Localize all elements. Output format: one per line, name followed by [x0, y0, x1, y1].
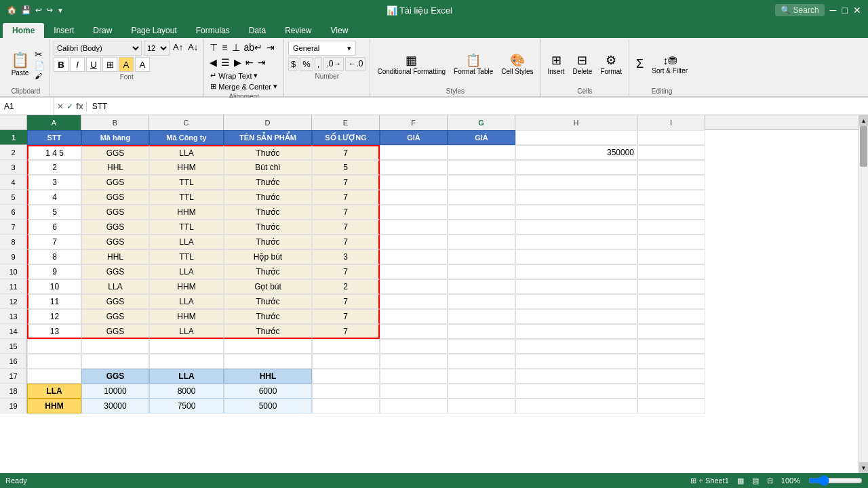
align-top-icon[interactable]: ⊤ — [208, 41, 219, 54]
cell-styles-button[interactable]: 🎨 Cell Styles — [498, 52, 536, 77]
window-controls[interactable]: 🔍 Search ─ □ ✕ — [775, 4, 861, 16]
cell-c11[interactable]: HHM — [149, 279, 224, 294]
cell-g7[interactable] — [448, 220, 515, 235]
font-size-select[interactable]: 12 — [144, 41, 170, 56]
maximize-btn[interactable]: □ — [842, 5, 848, 16]
cell-g10[interactable] — [448, 264, 515, 279]
cell-g11[interactable] — [448, 279, 515, 294]
format-painter-icon[interactable]: 🖌 — [35, 72, 45, 80]
cell-g5[interactable] — [448, 190, 515, 205]
increase-decimal-icon[interactable]: .0→ — [323, 57, 344, 71]
cell-f12[interactable] — [380, 294, 448, 309]
cell-a17[interactable] — [27, 369, 81, 384]
cell-d5[interactable]: Thước — [224, 190, 312, 205]
col-header-a[interactable]: A — [27, 115, 81, 130]
cell-g1[interactable]: GIÁ — [448, 130, 515, 145]
cell-i3[interactable] — [637, 160, 705, 175]
redo-icon[interactable]: ↪ — [46, 5, 53, 15]
cell-d13[interactable]: Thước — [224, 309, 312, 324]
col-header-b[interactable]: B — [81, 115, 149, 130]
cell-g13[interactable] — [448, 309, 515, 324]
conditional-formatting-button[interactable]: ▦ Conditional Formatting — [374, 52, 448, 77]
cell-f3[interactable] — [380, 160, 448, 175]
cell-h17[interactable] — [515, 369, 637, 384]
cell-h6[interactable] — [515, 205, 637, 220]
scroll-up-btn[interactable]: ▲ — [859, 115, 868, 126]
cell-h13[interactable] — [515, 309, 637, 324]
cell-e11[interactable]: 2 — [312, 279, 380, 294]
cell-d7[interactable]: Thước — [224, 220, 312, 235]
cell-a10[interactable]: 9 — [27, 264, 81, 279]
cell-f10[interactable] — [380, 264, 448, 279]
cell-i2[interactable] — [637, 145, 705, 160]
cell-d4[interactable]: Thước — [224, 175, 312, 190]
merge-center-button[interactable]: ⊞ Merge & Center ▾ — [208, 81, 279, 92]
cell-c9[interactable]: TTL — [149, 249, 224, 264]
close-btn[interactable]: ✕ — [853, 5, 861, 16]
decrease-indent-icon[interactable]: ⇤ — [244, 56, 255, 69]
fill-color-button[interactable]: A — [119, 57, 134, 72]
cell-e5[interactable]: 7 — [312, 190, 380, 205]
cell-b5[interactable]: GGS — [81, 190, 149, 205]
cell-g12[interactable] — [448, 294, 515, 309]
home-icon[interactable]: 🏠 — [7, 5, 17, 15]
cell-b10[interactable]: GGS — [81, 264, 149, 279]
formula-input[interactable]: STT — [87, 102, 868, 111]
normal-view-icon[interactable]: ▦ — [737, 476, 744, 485]
tab-home[interactable]: Home — [3, 23, 44, 38]
cell-f7[interactable] — [380, 220, 448, 235]
cell-f4[interactable] — [380, 175, 448, 190]
cell-b6[interactable]: GGS — [81, 205, 149, 220]
page-break-icon[interactable]: ⊟ — [767, 476, 773, 485]
cell-i6[interactable] — [637, 205, 705, 220]
cell-h10[interactable] — [515, 264, 637, 279]
dropdown-icon[interactable]: ▼ — [57, 7, 64, 14]
cell-d10[interactable]: Thước — [224, 264, 312, 279]
decrease-font-icon[interactable]: A↓ — [186, 41, 199, 56]
cell-i19[interactable] — [637, 399, 705, 413]
cell-b2[interactable]: GGS — [81, 145, 149, 160]
cell-a2[interactable]: 1 4 5 — [27, 145, 81, 160]
cell-c14[interactable]: LLA — [149, 324, 224, 339]
cell-f16[interactable] — [380, 354, 448, 369]
cell-c7[interactable]: TTL — [149, 220, 224, 235]
number-format-dropdown[interactable]: General ▾ — [288, 41, 356, 56]
wrap-text-button[interactable]: ↵ Wrap Text ▾ — [208, 70, 279, 81]
currency-icon[interactable]: $ — [288, 57, 298, 71]
merge-dropdown-icon[interactable]: ▾ — [273, 82, 277, 91]
cell-f19[interactable] — [380, 399, 448, 413]
tab-view[interactable]: View — [321, 23, 358, 38]
cell-i9[interactable] — [637, 249, 705, 264]
cell-g6[interactable] — [448, 205, 515, 220]
cell-d18[interactable]: 6000 — [224, 384, 312, 399]
cancel-formula-icon[interactable]: ✕ — [57, 102, 64, 111]
cell-e4[interactable]: 7 — [312, 175, 380, 190]
cell-e16[interactable] — [312, 354, 380, 369]
cell-c17[interactable]: LLA — [149, 369, 224, 384]
tab-review[interactable]: Review — [275, 23, 321, 38]
underline-button[interactable]: U — [86, 57, 101, 72]
cell-i16[interactable] — [637, 354, 705, 369]
cell-g4[interactable] — [448, 175, 515, 190]
cell-i12[interactable] — [637, 294, 705, 309]
tab-formulas[interactable]: Formulas — [186, 23, 239, 38]
cell-i17[interactable] — [637, 369, 705, 384]
cell-h14[interactable] — [515, 324, 637, 339]
cell-a11[interactable]: 10 — [27, 279, 81, 294]
cell-h3[interactable] — [515, 160, 637, 175]
confirm-formula-icon[interactable]: ✓ — [66, 102, 73, 111]
cell-d1[interactable]: TÊN SẢN PHẨM — [224, 130, 312, 145]
cell-b1[interactable]: Mã hàng — [81, 130, 149, 145]
cut-icon[interactable]: ✂ — [35, 49, 45, 60]
sort-filter-button[interactable]: ↕⛃ Sort & Filter — [649, 53, 690, 76]
cell-e2[interactable]: 7 — [312, 145, 380, 160]
scroll-down-btn[interactable]: ▼ — [859, 462, 868, 473]
col-header-g[interactable]: G — [448, 115, 515, 130]
align-right-icon[interactable]: ▶ — [233, 56, 243, 69]
bold-button[interactable]: B — [54, 57, 68, 72]
page-layout-icon[interactable]: ▤ — [752, 476, 759, 485]
search-box[interactable]: 🔍 Search — [775, 4, 825, 16]
cell-b18[interactable]: 10000 — [81, 384, 149, 399]
cell-f5[interactable] — [380, 190, 448, 205]
cell-a13[interactable]: 12 — [27, 309, 81, 324]
